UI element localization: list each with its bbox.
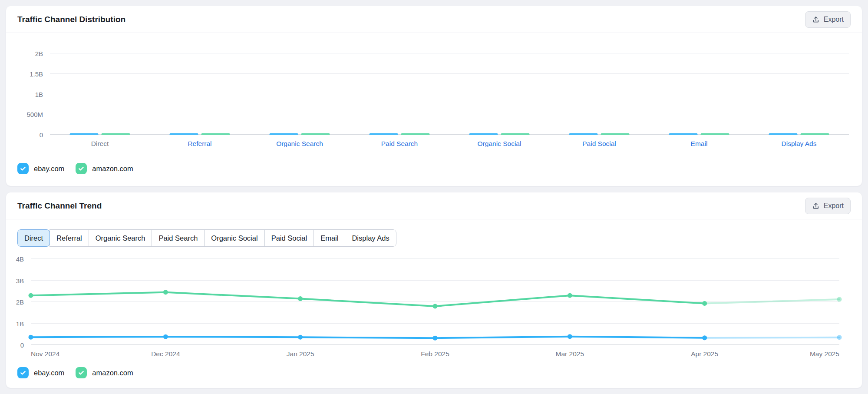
data-point-ebay-com-apr-2025[interactable] bbox=[702, 335, 707, 340]
bar-amazon-com-organic-search[interactable] bbox=[301, 133, 330, 135]
line-series-amazon-com-partial bbox=[705, 299, 839, 303]
bar-group-email bbox=[669, 133, 729, 135]
bar-amazon-com-organic-social[interactable] bbox=[501, 133, 530, 135]
bar-amazon-com-paid-search[interactable] bbox=[401, 133, 430, 135]
checkmark-icon bbox=[20, 165, 26, 172]
category-label-display-ads[interactable]: Display Ads bbox=[782, 140, 817, 148]
bar-ebay-com-direct[interactable] bbox=[70, 133, 99, 135]
legend-item-amazon-com[interactable]: amazon.com bbox=[76, 163, 133, 174]
legend-item-ebay-com[interactable]: ebay.com bbox=[17, 367, 64, 378]
bar-amazon-com-direct[interactable] bbox=[102, 133, 130, 135]
line-series-ebay-com bbox=[31, 337, 705, 338]
export-icon bbox=[812, 16, 820, 23]
traffic-channel-distribution-panel: Traffic Channel Distribution Export 0500… bbox=[6, 6, 862, 186]
export-button[interactable]: Export bbox=[805, 198, 851, 214]
data-point-ebay-com-dec-2024[interactable] bbox=[163, 334, 168, 339]
bar-ebay-com-referral[interactable] bbox=[170, 133, 198, 135]
legend-label-amazon-com: amazon.com bbox=[92, 165, 133, 173]
bar-group-direct bbox=[70, 133, 130, 135]
line-chart-plot: 01B2B3B4B bbox=[31, 259, 839, 345]
data-point-amazon-com-mar-2025[interactable] bbox=[568, 293, 572, 298]
y-axis-tick-label: 1B bbox=[16, 320, 24, 327]
data-point-amazon-com-apr-2025[interactable] bbox=[702, 301, 707, 306]
bar-amazon-com-referral[interactable] bbox=[201, 133, 230, 135]
tab-organic-social[interactable]: Organic Social bbox=[204, 229, 264, 247]
x-axis-label-apr-2025: Apr 2025 bbox=[691, 350, 718, 358]
bar-group-paid-social bbox=[569, 133, 630, 135]
tab-organic-search[interactable]: Organic Search bbox=[89, 229, 152, 247]
data-point-amazon-com-dec-2024[interactable] bbox=[163, 290, 168, 295]
bar-group-referral bbox=[170, 133, 230, 135]
data-point-amazon-com-may-2025[interactable] bbox=[837, 297, 842, 302]
tab-email[interactable]: Email bbox=[314, 229, 345, 247]
y-axis-tick-label: 1.5B bbox=[30, 70, 43, 77]
export-label: Export bbox=[824, 16, 844, 23]
category-label-paid-social[interactable]: Paid Social bbox=[582, 140, 616, 148]
bar-chart-category-axis: DirectReferralOrganic SearchPaid SearchO… bbox=[50, 140, 849, 149]
panel-header: Traffic Channel Distribution Export bbox=[6, 6, 862, 33]
category-label-email[interactable]: Email bbox=[691, 140, 708, 148]
bar-ebay-com-paid-search[interactable] bbox=[370, 133, 398, 135]
bar-group-organic-search bbox=[270, 133, 330, 135]
category-label-direct: Direct bbox=[91, 140, 109, 148]
y-axis-tick-label: 0 bbox=[40, 131, 43, 139]
y-axis-tick-label: 2B bbox=[16, 298, 24, 306]
gridline bbox=[50, 73, 849, 74]
export-label: Export bbox=[824, 202, 844, 210]
y-axis-tick-label: 2B bbox=[35, 50, 43, 57]
legend-item-ebay-com[interactable]: ebay.com bbox=[17, 163, 64, 174]
x-axis-label-may-2025: May 2025 bbox=[810, 350, 839, 358]
bar-group-paid-search bbox=[370, 133, 430, 135]
x-axis-label-feb-2025: Feb 2025 bbox=[421, 350, 449, 358]
page-title: Traffic Channel Trend bbox=[17, 201, 102, 211]
checkbox-ebay-com[interactable] bbox=[17, 367, 29, 378]
category-label-paid-search[interactable]: Paid Search bbox=[381, 140, 418, 148]
tab-direct[interactable]: Direct bbox=[17, 229, 50, 247]
data-point-amazon-com-nov-2024[interactable] bbox=[29, 293, 33, 298]
bar-amazon-com-display-ads[interactable] bbox=[801, 133, 829, 135]
checkmark-icon bbox=[78, 165, 85, 172]
data-point-ebay-com-nov-2024[interactable] bbox=[29, 335, 33, 340]
data-point-amazon-com-feb-2025[interactable] bbox=[433, 304, 438, 308]
y-axis-tick-label: 1B bbox=[35, 90, 43, 98]
bar-ebay-com-display-ads[interactable] bbox=[769, 133, 798, 135]
bar-ebay-com-email[interactable] bbox=[669, 133, 698, 135]
bar-ebay-com-paid-social[interactable] bbox=[569, 133, 598, 135]
x-axis-label-jan-2025: Jan 2025 bbox=[287, 350, 314, 358]
checkbox-amazon-com[interactable] bbox=[76, 367, 87, 378]
category-label-referral[interactable]: Referral bbox=[188, 140, 211, 148]
tab-referral[interactable]: Referral bbox=[50, 229, 89, 247]
trend-legend: ebay.comamazon.com bbox=[17, 367, 862, 378]
gridline bbox=[50, 114, 849, 114]
tab-paid-social[interactable]: Paid Social bbox=[264, 229, 314, 247]
category-label-organic-social[interactable]: Organic Social bbox=[478, 140, 521, 148]
checkbox-amazon-com[interactable] bbox=[76, 163, 87, 174]
channel-tabs: DirectReferralOrganic SearchPaid SearchO… bbox=[17, 229, 396, 247]
data-point-ebay-com-jan-2025[interactable] bbox=[298, 335, 303, 340]
checkbox-ebay-com[interactable] bbox=[17, 163, 29, 174]
data-point-ebay-com-mar-2025[interactable] bbox=[568, 334, 572, 339]
legend-label-ebay-com: ebay.com bbox=[34, 369, 64, 377]
bar-amazon-com-email[interactable] bbox=[701, 133, 729, 135]
tab-display-ads[interactable]: Display Ads bbox=[345, 229, 396, 247]
data-point-ebay-com-may-2025[interactable] bbox=[837, 335, 842, 340]
data-point-ebay-com-feb-2025[interactable] bbox=[433, 336, 438, 341]
data-point-amazon-com-jan-2025[interactable] bbox=[298, 296, 303, 301]
category-label-organic-search[interactable]: Organic Search bbox=[276, 140, 323, 148]
traffic-channel-trend-panel: Traffic Channel Trend Export DirectRefer… bbox=[6, 192, 862, 388]
bar-amazon-com-paid-social[interactable] bbox=[601, 133, 630, 135]
tab-paid-search[interactable]: Paid Search bbox=[152, 229, 205, 247]
trend-lines-svg bbox=[31, 259, 839, 345]
line-chart-x-axis: Nov 2024Dec 2024Jan 2025Feb 2025Mar 2025… bbox=[31, 350, 839, 359]
legend-label-amazon-com: amazon.com bbox=[92, 369, 133, 377]
bar-group-display-ads bbox=[769, 133, 829, 135]
gridline bbox=[50, 53, 849, 53]
x-axis-label-mar-2025: Mar 2025 bbox=[556, 350, 584, 358]
legend-item-amazon-com[interactable]: amazon.com bbox=[76, 367, 133, 378]
distribution-legend: ebay.comamazon.com bbox=[17, 163, 862, 174]
bar-ebay-com-organic-social[interactable] bbox=[469, 133, 498, 135]
export-button[interactable]: Export bbox=[805, 11, 851, 28]
checkmark-icon bbox=[20, 369, 26, 376]
bar-chart-plot: 0500M1B1.5B2B bbox=[50, 53, 849, 135]
bar-ebay-com-organic-search[interactable] bbox=[270, 133, 298, 135]
